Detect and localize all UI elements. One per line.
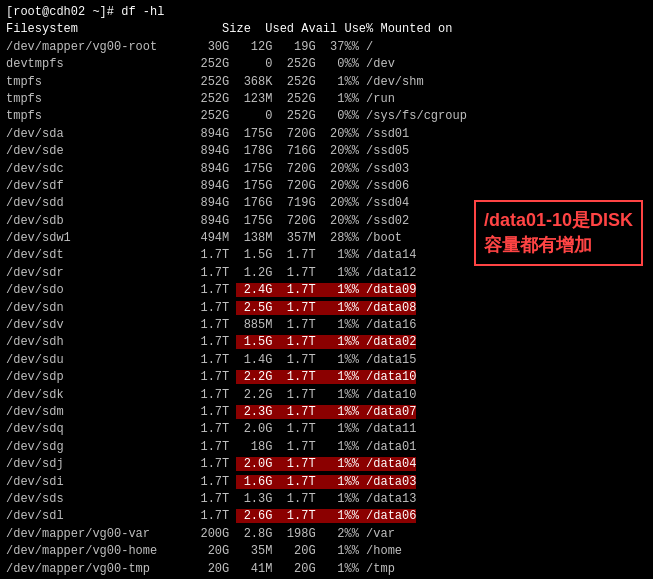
df-row: /dev/sdu 1.7T 1.4G 1.7T 1%% /data15 — [6, 352, 647, 369]
df-row: /dev/sdp 1.7T 2.2G 1.7T 1%% /data10 — [6, 369, 647, 386]
df-row: /dev/sdq 1.7T 2.0G 1.7T 1%% /data11 — [6, 421, 647, 438]
df-row: /dev/sds 1.7T 1.3G 1.7T 1%% /data13 — [6, 491, 647, 508]
df-row: /dev/sdo 1.7T 2.4G 1.7T 1%% /data09 — [6, 282, 647, 299]
df-row: /dev/sde 894G 178G 716G 20%% /ssd05 — [6, 143, 647, 160]
df-row: /dev/sdr 1.7T 1.2G 1.7T 1%% /data12 — [6, 265, 647, 282]
df-row: /dev/sdn 1.7T 2.5G 1.7T 1%% /data08 — [6, 300, 647, 317]
df-row: /dev/sdf 894G 175G 720G 20%% /ssd06 — [6, 178, 647, 195]
df-row: /dev/mapper/vg00-var 200G 2.8G 198G 2%% … — [6, 526, 647, 543]
annotation: /data01-10是DISK容量都有增加 — [474, 200, 643, 266]
df-row: /dev/sdi 1.7T 1.6G 1.7T 1%% /data03 — [6, 474, 647, 491]
df-row: /dev/sdv 1.7T 885M 1.7T 1%% /data16 — [6, 317, 647, 334]
df-row: /dev/mapper/vg00-root 30G 12G 19G 37%% / — [6, 39, 647, 56]
df-output: /dev/mapper/vg00-root 30G 12G 19G 37%% /… — [6, 39, 647, 579]
df-row: /dev/mapper/vg00-home 20G 35M 20G 1%% /h… — [6, 543, 647, 560]
df-row: /dev/sdc 894G 175G 720G 20%% /ssd03 — [6, 161, 647, 178]
df-row: /dev/mapper/vg00-tmp 20G 41M 20G 1%% /tm… — [6, 561, 647, 578]
df-row: devtmpfs 252G 0 252G 0%% /dev — [6, 56, 647, 73]
df-row: tmpfs 252G 0 252G 0%% /sys/fs/cgroup — [6, 108, 647, 125]
df-row: /dev/sda 894G 175G 720G 20%% /ssd01 — [6, 126, 647, 143]
df-row: /dev/sdk 1.7T 2.2G 1.7T 1%% /data10 — [6, 387, 647, 404]
df-row: /dev/sdj 1.7T 2.0G 1.7T 1%% /data04 — [6, 456, 647, 473]
df-row: /dev/sdg 1.7T 18G 1.7T 1%% /data01 — [6, 439, 647, 456]
df-row: tmpfs 252G 368K 252G 1%% /dev/shm — [6, 74, 647, 91]
df-header: Filesystem Size Used Avail Use% Mounted … — [6, 21, 647, 38]
command-line: [root@cdh02 ~]# df -hl — [6, 4, 647, 21]
df-row: tmpfs 252G 123M 252G 1%% /run — [6, 91, 647, 108]
df-row: /dev/sdl 1.7T 2.6G 1.7T 1%% /data06 — [6, 508, 647, 525]
df-row: /dev/sdh 1.7T 1.5G 1.7T 1%% /data02 — [6, 334, 647, 351]
terminal-window: [root@cdh02 ~]# df -hl Filesystem Size U… — [0, 0, 653, 579]
df-row: /dev/sdm 1.7T 2.3G 1.7T 1%% /data07 — [6, 404, 647, 421]
